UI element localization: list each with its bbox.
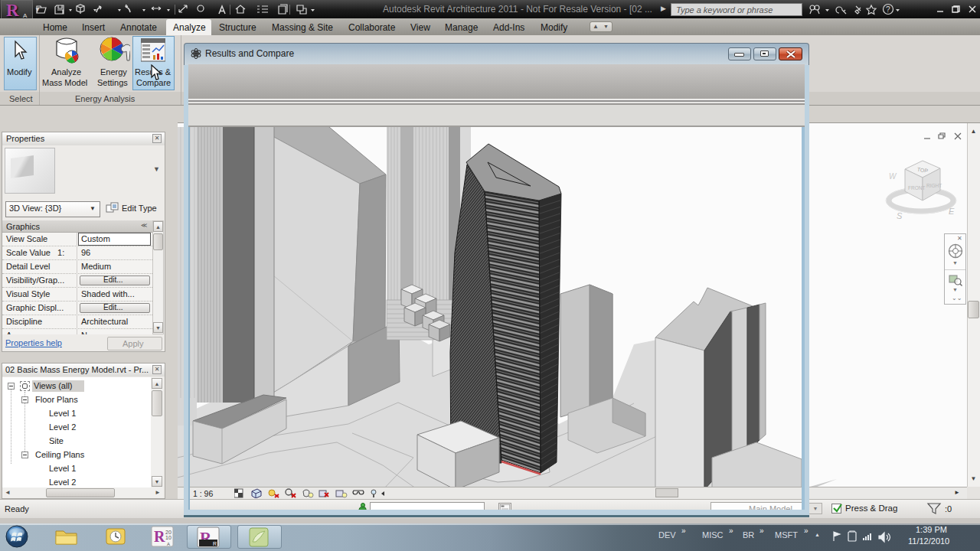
svg-text:FRONT: FRONT — [908, 185, 925, 191]
svg-text:W: W — [889, 172, 897, 181]
svg-text:S: S — [897, 211, 903, 220]
svg-text:RIGHT: RIGHT — [926, 183, 942, 188]
svg-text:20: 20 — [165, 530, 172, 535]
svg-text:R: R — [154, 528, 165, 545]
svg-text:E: E — [949, 207, 955, 216]
svg-text:?: ? — [886, 5, 890, 14]
svg-text:A: A — [167, 542, 170, 546]
svg-text:R: R — [213, 541, 217, 546]
svg-text:10: 10 — [165, 535, 172, 540]
